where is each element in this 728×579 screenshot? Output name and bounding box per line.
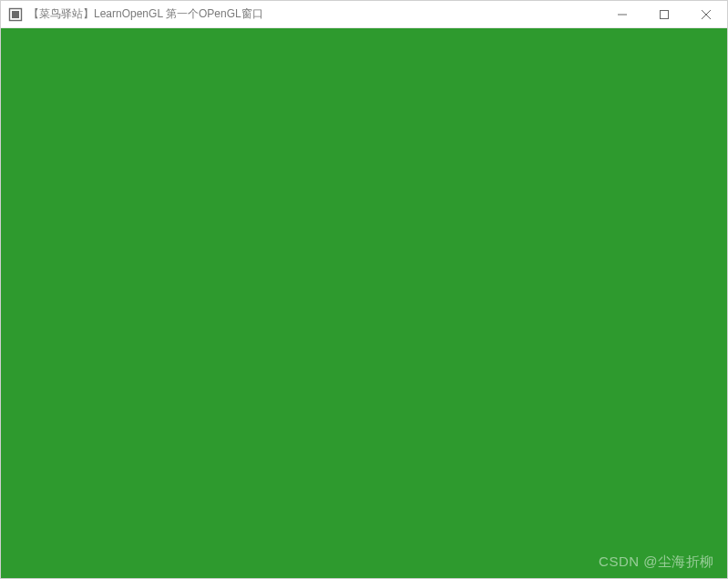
maximize-button[interactable] (643, 1, 685, 27)
window-title: 【菜鸟驿站】LearnOpenGL 第一个OPenGL窗口 (28, 6, 263, 22)
svg-rect-3 (661, 10, 669, 18)
app-icon (8, 7, 23, 22)
minimize-button[interactable] (601, 1, 643, 27)
opengl-viewport: CSDN @尘海折柳 (1, 28, 727, 578)
minimize-icon (618, 10, 627, 19)
close-icon (702, 10, 711, 19)
maximize-icon (660, 10, 669, 19)
watermark-text: CSDN @尘海折柳 (599, 553, 714, 571)
application-window: 【菜鸟驿站】LearnOpenGL 第一个OPenGL窗口 (0, 0, 728, 579)
titlebar-left: 【菜鸟驿站】LearnOpenGL 第一个OPenGL窗口 (1, 6, 601, 22)
svg-rect-1 (12, 11, 19, 18)
close-button[interactable] (685, 1, 727, 27)
titlebar[interactable]: 【菜鸟驿站】LearnOpenGL 第一个OPenGL窗口 (1, 1, 727, 28)
window-controls (601, 1, 727, 27)
